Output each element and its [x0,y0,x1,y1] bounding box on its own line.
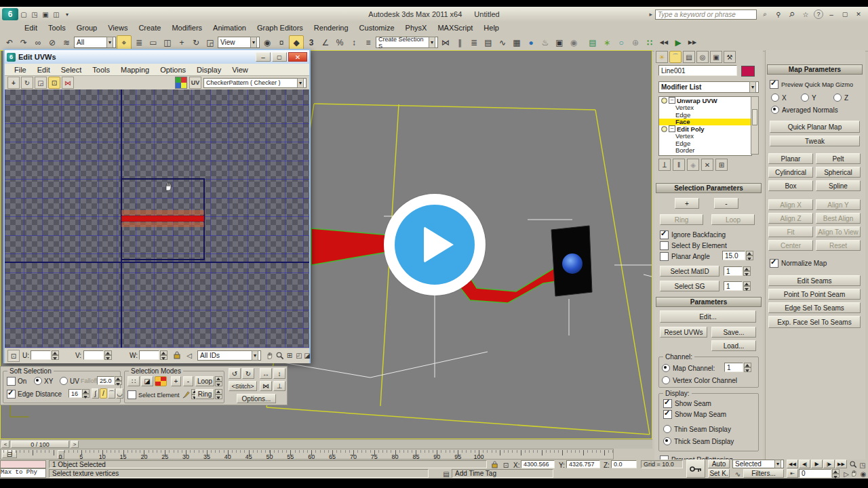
falloff-linear-button[interactable]: / [100,388,107,399]
align-y-button[interactable]: Align Y [816,199,861,210]
modifier-list-dropdown[interactable]: Modifier List▾ [658,81,759,93]
collapse-icon[interactable]: – [669,97,675,104]
physx-step-icon[interactable]: ▶▶ [686,36,699,49]
u-spinner[interactable] [52,350,59,360]
matid-field[interactable]: 1 [724,266,743,276]
uvw-move-icon[interactable]: + [7,77,20,89]
vertex-mode-button[interactable]: ∷ [127,376,140,386]
object-name-field[interactable]: Line001 [658,65,737,76]
schematic-view-icon[interactable]: ▦ [510,36,524,49]
falloff-smooth-button[interactable]: ∫ [92,388,99,399]
rotate-ccw-90-button[interactable]: ↺ [229,368,241,379]
uv-space-toggle[interactable]: UV [189,77,201,89]
edge-distance-checkbox[interactable] [7,390,16,399]
bulb-icon[interactable] [661,98,667,104]
vertex-color-radio[interactable] [662,376,670,384]
prev-frame-button[interactable]: ◀| [799,460,810,468]
filters-button[interactable]: Filters... [743,469,784,478]
grow-selection-button[interactable]: + [675,198,699,209]
menu-rendering[interactable]: Rendering [309,22,354,33]
select-by-element-checkbox[interactable] [660,241,669,250]
add-time-tag-panel[interactable]: Add Time Tag [452,469,553,478]
options-button[interactable]: Options... [237,394,276,403]
falloff-fast-button[interactable]: ◡ [116,388,123,399]
bind-spacewarp-icon[interactable]: ≋ [60,36,73,49]
uvw-menu-file[interactable]: File [9,64,32,75]
maxscript-listener-pink[interactable] [0,460,46,468]
loop-button[interactable]: Loop [711,214,755,225]
z-axis-radio[interactable] [833,94,842,102]
named-selection-dropdown[interactable]: Create Selection S▾ [376,37,438,48]
sg-spinner[interactable] [743,281,751,291]
normalize-map-checkbox[interactable] [770,259,778,268]
tab-create-icon[interactable]: ☀ [656,51,668,63]
go-to-end-button[interactable]: ▶▶ [835,460,847,468]
spherical-button[interactable]: Spherical [816,167,861,178]
fit-button[interactable]: Fit [768,226,813,237]
uvw-menu-edit[interactable]: Edit [32,64,56,75]
selection-filter-dropdown[interactable]: All▾ [74,37,116,48]
menu-customize[interactable]: Customize [354,22,400,33]
sign-in-key-icon[interactable]: ⚲ [773,9,784,20]
face-mode-button[interactable] [155,376,167,386]
uvw-menu-view[interactable]: View [226,64,254,75]
key-filter-dropdown[interactable]: Selected▾ [732,460,784,468]
z-coord-field[interactable]: 0.0 [611,460,637,468]
edit-uvws-window[interactable]: 6 Edit UVWs – ▢ ✕ File Edit Select Tools… [3,49,311,363]
bulb-icon[interactable] [661,126,667,132]
tab-motion-icon[interactable]: ◎ [696,51,709,63]
uvw-menu-mapping[interactable]: Mapping [115,64,155,75]
uvw-menu-select[interactable]: Select [56,64,87,75]
uvw-rotate-icon[interactable]: ↻ [21,77,33,89]
ignore-backfacing-checkbox[interactable] [660,230,669,239]
select-element-checkbox[interactable] [127,390,136,399]
ribbon-toggle-icon[interactable]: ▤ [481,36,495,49]
show-map-seam-checkbox[interactable] [663,410,672,419]
time-tag-icon[interactable]: ▤ [441,468,452,479]
align-horizontal-button[interactable]: ↔ [260,368,272,379]
communication-icon[interactable]: ⚲ [785,7,800,22]
menu-create[interactable]: Create [133,22,166,33]
track-bar[interactable]: ⊟ 05101520253035404550556065707580859095… [0,449,614,460]
loop-button[interactable]: Loop [195,376,214,386]
align-to-view-button[interactable]: Align To View [816,226,861,237]
texture-list-dropdown[interactable]: CheckerPattern ( Checker )▾ [203,78,307,88]
select-by-name-icon[interactable]: ≣ [132,36,146,49]
absolute-typein-icon[interactable]: ⊡ [7,350,20,362]
box-button[interactable]: Box [768,180,813,191]
filter-selected-faces-icon[interactable]: ◁ [184,350,195,361]
render-setup-icon[interactable]: ♨ [538,36,552,49]
key-mode-button[interactable]: ⇤ [787,469,798,478]
menu-edit[interactable]: Edit [19,22,43,33]
uvw-title-bar[interactable]: 6 Edit UVWs – ▢ ✕ [5,50,309,64]
shrink-selection-button[interactable]: - [714,198,738,209]
time-back-button[interactable]: < [1,441,9,448]
matid-spinner[interactable] [743,266,751,276]
v-field[interactable] [83,350,104,360]
select-rotate-icon[interactable]: ↻ [189,36,203,49]
uvw-menu-options[interactable]: Options [155,64,191,75]
tab-modify-icon[interactable]: ⌒ [669,51,682,63]
set-key-button[interactable]: Set K. [708,469,730,478]
stack-item-border[interactable]: Border [659,147,751,155]
quick-planar-map-button[interactable]: Quick Planar Map [770,121,860,133]
video-play-overlay[interactable] [384,194,486,296]
uvw-minimize-button[interactable]: – [256,52,271,62]
grow-button[interactable]: + [171,376,181,386]
pin-stack-icon[interactable]: T [658,159,671,171]
object-color-swatch[interactable] [741,66,755,77]
edit-seams-button[interactable]: Edit Seams [768,275,861,286]
thick-seam-radio[interactable] [663,437,671,445]
unlink-icon[interactable]: ⊘ [45,36,59,49]
qat-dropdown-icon[interactable]: ▾ [62,9,73,20]
maxscript-listener-white[interactable]: Max to Phy [0,468,46,478]
stack-item-unwrap-uvw[interactable]: –Unwrap UVW [659,97,751,104]
menu-group[interactable]: Group [71,22,103,33]
planar-angle-field[interactable]: 15.0 [722,251,745,260]
pan-viewport-icon[interactable] [850,469,858,477]
zoom-viewport-icon[interactable] [849,460,857,468]
select-link-icon[interactable]: ∞ [31,36,45,49]
app-button[interactable]: 6 [2,8,18,20]
make-unique-icon[interactable]: ◈ [687,159,699,171]
infocenter-search-icon[interactable]: ⌕ [760,9,770,20]
